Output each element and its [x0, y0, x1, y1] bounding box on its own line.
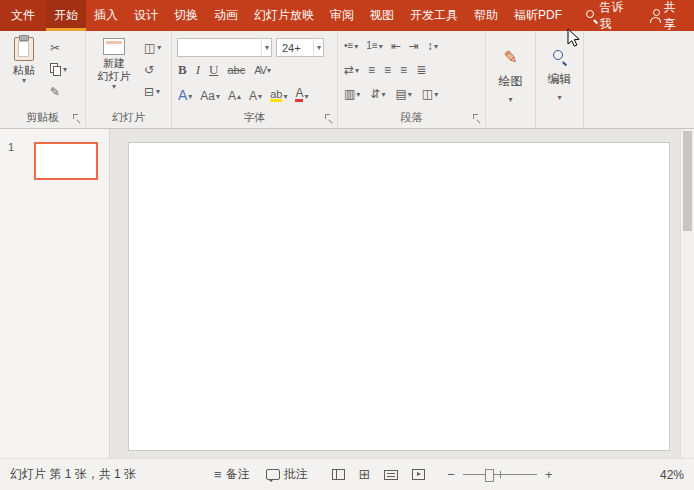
tab-help[interactable]: 帮助 [466, 0, 506, 31]
slideshow-icon [412, 469, 425, 480]
zoom-out-button[interactable]: − [447, 468, 455, 481]
normal-view-icon [332, 469, 345, 480]
slide-thumbnail[interactable] [34, 142, 98, 180]
vertical-scrollbar[interactable] [680, 129, 694, 458]
reset-slide-button[interactable]: ↺ [144, 63, 154, 77]
slide-sorter-view-button[interactable]: ⊞ [359, 468, 371, 481]
text-highlight-icon: ab [270, 89, 282, 102]
align-right-button[interactable]: ≡ [400, 64, 407, 76]
strikethrough-button[interactable]: abc [227, 64, 245, 76]
chevron-down-icon: ▾ [258, 92, 262, 102]
tab-developer[interactable]: 开发工具 [402, 0, 466, 31]
tab-animations[interactable]: 动画 [206, 0, 246, 31]
tab-foxit-pdf[interactable]: 福昕PDF [506, 0, 570, 31]
line-spacing-icon: ↕ [427, 40, 433, 52]
text-direction-button[interactable]: ⇄ ▾ [344, 64, 359, 76]
grow-font-button[interactable]: A ▴ [228, 90, 241, 102]
grow-font-icon: A [228, 90, 236, 102]
new-slide-button[interactable]: 新建 幻灯片 ▾ [90, 38, 138, 91]
numbering-button[interactable]: 1≡ ▾ [366, 40, 382, 52]
decrease-indent-icon: ⇤ [391, 40, 401, 52]
chevron-down-icon: ▾ [283, 92, 287, 102]
copy-button[interactable]: ▾ [50, 63, 67, 76]
notes-toggle-button[interactable]: ≡ 备注 [214, 466, 250, 483]
section-button[interactable]: ⊟ ▾ [144, 85, 160, 99]
character-spacing-button[interactable]: AV ▾ [254, 64, 271, 76]
chevron-down-icon: ▾ [267, 66, 271, 76]
font-dialog-launcher-icon[interactable] [325, 114, 334, 123]
tab-transitions[interactable]: 切换 [166, 0, 206, 31]
chevron-down-icon: ▾ [261, 39, 269, 56]
convert-smartart-button[interactable]: ▤ ▾ [395, 88, 411, 100]
tell-me-label: 告诉我 [600, 0, 627, 33]
zoom-slider-thumb[interactable] [485, 469, 494, 482]
scrollbar-thumb[interactable] [683, 131, 692, 231]
tab-review[interactable]: 审阅 [322, 0, 362, 31]
tab-home[interactable]: 开始 [46, 0, 86, 31]
tell-me-search[interactable]: 告诉我 [575, 0, 636, 31]
slide-layout-button[interactable]: ◫ ▾ [144, 41, 161, 55]
drawing-label: 绘图 [499, 73, 523, 90]
slideshow-view-button[interactable] [412, 469, 425, 480]
comments-toggle-button[interactable]: 批注 [266, 466, 308, 483]
tab-design[interactable]: 设计 [126, 0, 166, 31]
tab-view[interactable]: 视图 [362, 0, 402, 31]
paste-button[interactable]: 粘贴 ▾ [5, 37, 43, 85]
font-group-label: 字体 [172, 110, 337, 125]
cut-button[interactable]: ✂ [50, 41, 60, 55]
decrease-indent-button[interactable]: ⇤ [391, 40, 401, 52]
tab-file[interactable]: 文件 [0, 0, 46, 31]
justify-button[interactable]: ≣ [416, 64, 426, 76]
paragraph-dialog-launcher-icon[interactable] [473, 114, 482, 123]
slide-info-text: 幻灯片 第 1 张，共 1 张 [10, 466, 136, 483]
format-painter-button[interactable]: ✎ [50, 85, 60, 99]
drawing-button[interactable]: ✎ 绘图 ▾ [489, 37, 532, 122]
chevron-down-icon: ▾ [313, 39, 321, 56]
columns-button[interactable]: ▥ ▾ [344, 88, 360, 100]
bullets-icon: •≡ [344, 40, 353, 52]
tab-insert[interactable]: 插入 [86, 0, 126, 31]
arrow-up-icon: ▴ [237, 92, 241, 102]
shrink-font-icon: A [249, 90, 257, 102]
bold-icon: B [178, 64, 187, 76]
font-color-button[interactable]: A ▾ [295, 88, 308, 102]
font-color-icon: A [295, 88, 303, 102]
zoom-percentage[interactable]: 42% [660, 468, 684, 482]
chevron-down-icon: ▾ [216, 92, 220, 102]
text-highlight-button[interactable]: ab ▾ [270, 89, 287, 102]
align-text-button[interactable]: ⇵ ▾ [370, 88, 385, 100]
line-spacing-button[interactable]: ↕ ▾ [427, 40, 438, 52]
shrink-font-button[interactable]: A ▾ [249, 90, 262, 102]
reading-view-button[interactable] [384, 470, 398, 480]
font-name-combobox[interactable]: ▾ [177, 38, 272, 57]
borders-button[interactable]: ◫ ▾ [422, 88, 438, 100]
italic-button[interactable]: I [196, 64, 200, 76]
tab-slideshow[interactable]: 幻灯片放映 [246, 0, 322, 31]
format-painter-icon: ✎ [50, 85, 60, 99]
align-left-icon: ≡ [368, 64, 375, 76]
align-left-button[interactable]: ≡ [368, 64, 375, 76]
zoom-in-button[interactable]: + [545, 468, 553, 481]
normal-view-button[interactable] [332, 469, 345, 480]
editing-button[interactable]: 编辑 ▾ [539, 37, 580, 122]
font-size-combobox[interactable]: 24+ ▾ [276, 38, 324, 57]
reading-view-icon [384, 470, 398, 480]
bold-button[interactable]: B [178, 64, 187, 76]
zoom-slider[interactable] [463, 468, 537, 481]
increase-indent-button[interactable]: ⇥ [409, 40, 419, 52]
text-effects-button[interactable]: A ▾ [178, 89, 192, 102]
drawing-pen-icon: ✎ [503, 49, 517, 67]
clipboard-dialog-launcher-icon[interactable] [73, 114, 82, 123]
chevron-down-icon: ▾ [22, 77, 26, 85]
chevron-down-icon: ▾ [63, 66, 67, 74]
align-center-button[interactable]: ≡ [384, 64, 391, 76]
chevron-down-icon: ▾ [434, 42, 438, 52]
underline-button[interactable]: U [209, 64, 218, 76]
italic-icon: I [196, 64, 200, 76]
slide-canvas[interactable] [128, 142, 670, 451]
numbering-icon: 1≡ [366, 40, 377, 52]
comment-icon [266, 469, 280, 480]
share-button[interactable]: 共享 [636, 0, 694, 31]
change-case-button[interactable]: Aa ▾ [200, 90, 220, 102]
bullets-button[interactable]: •≡ ▾ [344, 40, 358, 52]
